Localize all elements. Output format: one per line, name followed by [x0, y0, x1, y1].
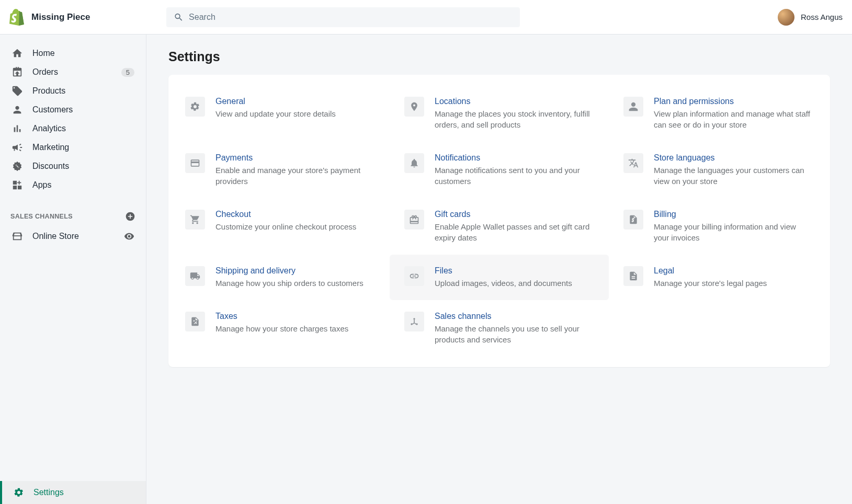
nav-label: Apps	[32, 180, 51, 190]
gift-icon	[404, 210, 424, 230]
discounts-icon	[12, 161, 23, 172]
settings-item-desc: Upload images, videos, and documents	[435, 278, 594, 289]
settings-item-title[interactable]: Locations	[435, 97, 594, 106]
nav-apps[interactable]: Apps	[4, 176, 142, 194]
settings-item-desc: View and update your store details	[215, 108, 375, 119]
tax-icon	[185, 312, 205, 331]
nav-label: Home	[32, 49, 55, 58]
truck-icon	[185, 266, 205, 286]
customers-icon	[12, 104, 23, 116]
card-icon	[185, 153, 205, 173]
settings-item-desc: Customize your online checkout process	[215, 221, 375, 232]
nav-label: Discounts	[32, 162, 69, 171]
settings-item-locations[interactable]: LocationsManage the places you stock inv…	[390, 85, 609, 142]
nav-label: Analytics	[32, 124, 66, 133]
settings-item-title[interactable]: General	[215, 97, 375, 106]
nav-marketing[interactable]: Marketing	[4, 138, 142, 157]
store-name[interactable]: Missing Piece	[31, 12, 90, 22]
settings-item-gift-cards[interactable]: Gift cardsEnable Apple Wallet passes and…	[390, 198, 609, 255]
settings-item-title[interactable]: Shipping and delivery	[215, 266, 375, 276]
document-icon	[623, 266, 643, 286]
settings-item-title[interactable]: Payments	[215, 153, 375, 163]
gear-icon	[185, 97, 205, 117]
search-bar[interactable]	[166, 7, 520, 27]
nav-label: Products	[32, 86, 65, 96]
nav-label: Customers	[32, 105, 73, 114]
settings-item-store-languages[interactable]: Store languagesManage the languages your…	[609, 142, 828, 198]
svg-point-1	[411, 323, 412, 325]
gear-icon	[14, 487, 24, 498]
page-title: Settings	[168, 49, 830, 64]
settings-item-title[interactable]: Gift cards	[435, 210, 594, 219]
products-icon	[12, 85, 23, 97]
eye-icon[interactable]	[124, 231, 134, 242]
orders-icon	[12, 66, 23, 78]
settings-item-title[interactable]: Taxes	[215, 312, 375, 321]
user-name: Ross Angus	[801, 13, 843, 21]
settings-item-shipping-and-delivery[interactable]: Shipping and deliveryManage how you ship…	[171, 255, 390, 300]
shopify-logo-icon	[9, 9, 24, 26]
settings-label: Settings	[33, 488, 64, 497]
nav-customers[interactable]: Customers	[4, 100, 142, 119]
channel-online-store[interactable]: Online Store	[0, 227, 146, 246]
translate-icon	[623, 153, 643, 173]
nav-label: Marketing	[32, 143, 69, 152]
receipt-icon	[623, 210, 643, 230]
search-input[interactable]	[189, 13, 513, 22]
settings-item-desc: Manage how you ship orders to customers	[215, 278, 375, 289]
channels-icon	[404, 312, 424, 331]
settings-item-desc: Manage your billing information and view…	[654, 221, 813, 243]
home-icon	[12, 48, 23, 59]
header-right[interactable]: Ross Angus	[778, 9, 843, 26]
sidebar: Home Orders 5 Products Customers Analyti…	[0, 35, 146, 504]
settings-item-title[interactable]: Billing	[654, 210, 813, 219]
settings-item-payments[interactable]: PaymentsEnable and manage your store's p…	[171, 142, 390, 198]
settings-item-taxes[interactable]: TaxesManage how your store charges taxes	[171, 300, 390, 357]
settings-item-title[interactable]: Store languages	[654, 153, 813, 163]
settings-item-sales-channels[interactable]: Sales channelsManage the channels you us…	[390, 300, 609, 357]
settings-item-title[interactable]: Plan and permissions	[654, 97, 813, 106]
nav-orders[interactable]: Orders 5	[4, 63, 142, 82]
add-channel-icon[interactable]	[125, 211, 135, 222]
nav-products[interactable]: Products	[4, 82, 142, 100]
avatar[interactable]	[778, 9, 794, 26]
settings-item-desc: Enable and manage your store's payment p…	[215, 165, 375, 187]
settings-item-title[interactable]: Sales channels	[435, 312, 594, 321]
settings-item-desc: Enable Apple Wallet passes and set gift …	[435, 221, 594, 243]
sales-channels-header: SALES CHANNELS	[0, 199, 146, 227]
settings-item-title[interactable]: Files	[435, 266, 594, 276]
settings-item-title[interactable]: Notifications	[435, 153, 594, 163]
person-icon	[623, 97, 643, 117]
settings-item-desc: Manage how your store charges taxes	[215, 323, 375, 334]
nav-discounts[interactable]: Discounts	[4, 157, 142, 176]
settings-item-billing[interactable]: BillingManage your billing information a…	[609, 198, 828, 255]
settings-card: GeneralView and update your store detail…	[168, 75, 830, 367]
settings-item-legal[interactable]: LegalManage your store's legal pages	[609, 255, 828, 300]
svg-point-2	[416, 323, 417, 325]
location-icon	[404, 97, 424, 117]
settings-item-desc: Manage the channels you use to sell your…	[435, 323, 594, 345]
settings-item-title[interactable]: Legal	[654, 266, 813, 276]
link-icon	[404, 266, 424, 286]
apps-icon	[12, 179, 23, 191]
settings-item-checkout[interactable]: CheckoutCustomize your online checkout p…	[171, 198, 390, 255]
nav-analytics[interactable]: Analytics	[4, 119, 142, 138]
content: Settings GeneralView and update your sto…	[146, 35, 852, 504]
settings-item-title[interactable]: Checkout	[215, 210, 375, 219]
settings-item-files[interactable]: FilesUpload images, videos, and document…	[390, 255, 609, 300]
settings-item-notifications[interactable]: NotificationsManage notifications sent t…	[390, 142, 609, 198]
settings-item-desc: Manage the places you stock inventory, f…	[435, 108, 594, 130]
nav-settings[interactable]: Settings	[0, 481, 146, 504]
settings-item-plan-and-permissions[interactable]: Plan and permissionsView plan informatio…	[609, 85, 828, 142]
analytics-icon	[12, 123, 23, 134]
header: Missing Piece Ross Angus	[0, 0, 852, 35]
svg-point-0	[413, 318, 415, 319]
nav-label: Orders	[32, 67, 58, 77]
settings-item-desc: Manage notifications sent to you and you…	[435, 165, 594, 187]
marketing-icon	[12, 142, 23, 153]
settings-item-general[interactable]: GeneralView and update your store detail…	[171, 85, 390, 142]
settings-item-desc: Manage the languages your customers can …	[654, 165, 813, 187]
store-icon	[12, 231, 23, 242]
nav-home[interactable]: Home	[4, 44, 142, 63]
sales-channels-label: SALES CHANNELS	[10, 213, 73, 220]
